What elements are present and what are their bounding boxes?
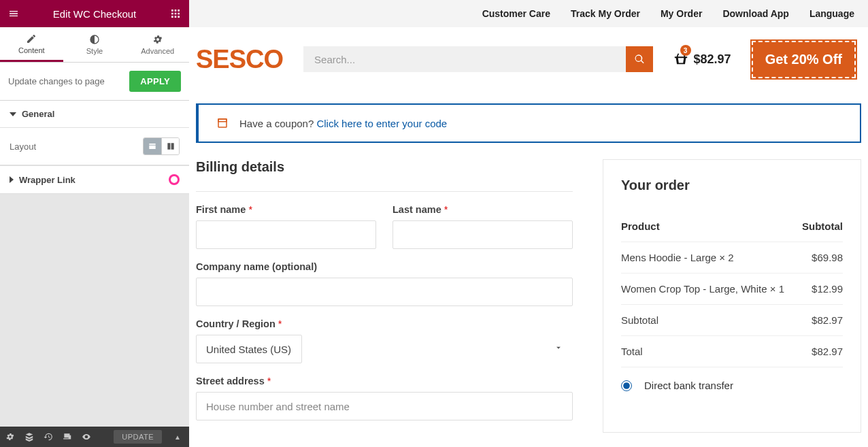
order-header-row: Product Subtotal (621, 211, 843, 242)
coupon-notice: Have a coupon? Click here to enter your … (196, 103, 861, 143)
menu-icon[interactable] (7, 7, 20, 20)
footer-update-button[interactable]: UPDATE (114, 430, 162, 444)
layout-control: Layout (0, 128, 189, 165)
section-wrapper-label: Wrapper Link (19, 175, 76, 185)
last-name-input[interactable] (393, 220, 573, 249)
layout-label: Layout (10, 142, 36, 152)
nav-track-order[interactable]: Track My Order (571, 8, 640, 19)
plugin-badge-icon (169, 174, 180, 185)
tab-style-label: Style (86, 47, 103, 55)
payment-option-bank: Direct bank transfer (621, 367, 843, 391)
coupon-icon (216, 117, 229, 129)
order-item-name: Women Crop Top - Large, White × 1 (621, 283, 812, 295)
cart-summary[interactable]: 3 $82.97 (673, 52, 731, 67)
preview-canvas: Customer Care Track My Order My Order Do… (189, 0, 868, 447)
tab-style[interactable]: Style (63, 27, 127, 62)
search-input[interactable] (303, 46, 626, 72)
coupon-prompt: Have a coupon? (239, 118, 316, 129)
order-total-row: Total $82.97 (621, 336, 843, 367)
last-name-field: Last name * (393, 204, 573, 249)
street-label: Street address * (196, 376, 573, 386)
settings-icon[interactable] (5, 432, 15, 442)
order-item-price: $12.99 (812, 283, 843, 295)
search-button[interactable] (626, 46, 653, 72)
street-input[interactable] (196, 392, 573, 420)
payment-label-bank: Direct bank transfer (644, 380, 733, 391)
tab-advanced[interactable]: Advanced (126, 27, 189, 62)
billing-title: Billing details (196, 159, 573, 175)
total-value: $82.97 (812, 346, 843, 357)
responsive-icon[interactable] (63, 432, 72, 442)
billing-section: Billing details First name * Last name * (196, 159, 573, 433)
order-item-row: Women Crop Top - Large, White × 1 $12.99 (621, 274, 843, 305)
order-item-name: Mens Hoodie - Large × 2 (621, 252, 812, 263)
order-title: Your order (621, 178, 843, 193)
country-select[interactable]: United States (US) (196, 335, 302, 363)
section-wrapper-link[interactable]: Wrapper Link (0, 165, 189, 194)
layout-toggle (143, 137, 180, 155)
history-icon[interactable] (44, 432, 53, 442)
layout-option-split[interactable] (161, 138, 179, 154)
top-utility-nav: Customer Care Track My Order My Order Do… (189, 0, 868, 27)
first-name-field: First name * (196, 204, 376, 249)
country-label: Country / Region * (196, 318, 573, 329)
company-input[interactable] (196, 278, 573, 306)
section-general[interactable]: General (0, 101, 189, 128)
search-form (303, 46, 653, 72)
payment-radio-bank[interactable] (621, 380, 632, 391)
chevron-down-icon (10, 112, 16, 116)
country-field: Country / Region * United States (US) (196, 318, 573, 363)
nav-download-app[interactable]: Download App (722, 8, 788, 19)
section-general-label: General (22, 109, 54, 119)
total-label: Total (621, 346, 812, 357)
apply-button[interactable]: APPLY (129, 71, 181, 92)
cart-count-badge: 3 (680, 45, 691, 56)
order-summary: Your order Product Subtotal Mens Hoodie … (603, 159, 861, 433)
tab-advanced-label: Advanced (141, 47, 174, 55)
order-item-row: Mens Hoodie - Large × 2 $69.98 (621, 242, 843, 274)
last-name-label: Last name * (393, 204, 573, 215)
editor-title: Edit WC Checkout (20, 8, 169, 20)
subtotal-label: Subtotal (621, 314, 812, 326)
first-name-label: First name * (196, 204, 376, 215)
cart-total: $82.97 (694, 52, 731, 67)
store-logo[interactable]: SESCO (196, 45, 283, 74)
company-label: Company name (optional) (196, 261, 573, 272)
editor-header: Edit WC Checkout (0, 0, 189, 27)
svg-rect-1 (218, 119, 227, 122)
nav-language[interactable]: Language (809, 8, 854, 19)
first-name-input[interactable] (196, 220, 376, 249)
chevron-down-icon (554, 343, 563, 355)
nav-customer-care[interactable]: Customer Care (482, 8, 550, 19)
widgets-grid-icon[interactable] (169, 7, 182, 20)
apply-row: Update changes to page APPLY (0, 63, 189, 101)
search-icon (634, 54, 645, 65)
company-field: Company name (optional) (196, 261, 573, 306)
editor-footer: UPDATE ▲ (0, 427, 189, 447)
tab-content[interactable]: Content (0, 27, 63, 62)
preview-icon[interactable] (82, 432, 91, 442)
nav-my-order[interactable]: My Order (661, 8, 702, 19)
col-product: Product (621, 220, 802, 232)
editor-tabs: Content Style Advanced (0, 27, 189, 63)
coupon-link[interactable]: Click here to enter your code (316, 118, 447, 129)
tab-content-label: Content (18, 46, 45, 54)
svg-rect-0 (218, 119, 227, 127)
order-subtotal-row: Subtotal $82.97 (621, 305, 843, 336)
navigator-icon[interactable] (24, 432, 34, 442)
layout-option-single[interactable] (144, 138, 161, 154)
chevron-right-icon (10, 176, 14, 183)
col-subtotal: Subtotal (802, 220, 843, 232)
order-item-price: $69.98 (812, 252, 843, 263)
editor-sidebar: Edit WC Checkout Content Style Advanced … (0, 0, 189, 447)
update-options-icon[interactable]: ▲ (171, 433, 184, 441)
subtotal-value: $82.97 (812, 314, 843, 326)
apply-hint: Update changes to page (8, 76, 105, 86)
store-header: SESCO 3 $82.97 Get 20% Off (189, 27, 868, 91)
street-field: Street address * (196, 376, 573, 420)
promo-button[interactable]: Get 20% Off (752, 41, 856, 78)
